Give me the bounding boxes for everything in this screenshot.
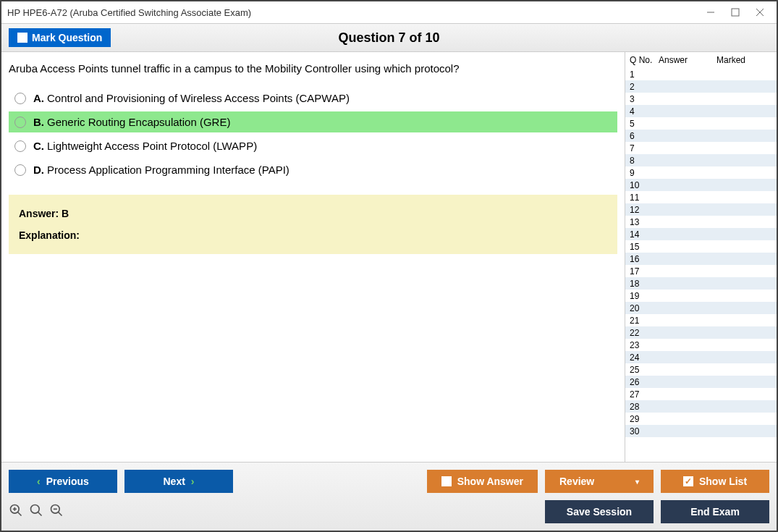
radio-icon[interactable] bbox=[14, 117, 26, 128]
answer-box: Answer: B Explanation: bbox=[9, 195, 617, 254]
save-session-label: Save Session bbox=[567, 506, 632, 518]
radio-icon[interactable] bbox=[14, 93, 26, 104]
list-row[interactable]: 9 bbox=[625, 166, 777, 179]
close-icon[interactable] bbox=[755, 7, 765, 17]
svg-line-5 bbox=[18, 512, 22, 515]
svg-line-9 bbox=[38, 512, 42, 515]
list-row-qno: 3 bbox=[630, 94, 659, 104]
list-row[interactable]: 27 bbox=[625, 388, 777, 400]
option-row[interactable]: D. Process Application Programming Inter… bbox=[9, 159, 617, 180]
list-row[interactable]: 8 bbox=[625, 154, 777, 166]
minimize-icon[interactable] bbox=[706, 7, 716, 17]
list-row[interactable]: 4 bbox=[625, 105, 777, 117]
previous-label: Previous bbox=[46, 476, 89, 487]
list-row-qno: 13 bbox=[630, 217, 659, 227]
col-answer: Answer bbox=[659, 55, 716, 65]
list-scroll[interactable]: 1234567891011121314151617181920212223242… bbox=[625, 68, 777, 462]
list-row[interactable]: 17 bbox=[625, 265, 777, 277]
checkbox-icon bbox=[17, 33, 28, 43]
list-row-qno: 30 bbox=[630, 426, 659, 436]
option-letter: A. bbox=[33, 92, 44, 104]
option-row[interactable]: C. Lightweight Access Point Protocol (LW… bbox=[9, 135, 617, 156]
next-button[interactable]: Next › bbox=[124, 470, 233, 493]
zoom-in-icon[interactable] bbox=[9, 503, 23, 521]
list-row-qno: 22 bbox=[630, 328, 659, 338]
list-row[interactable]: 2 bbox=[625, 80, 777, 93]
list-row-qno: 21 bbox=[630, 316, 659, 326]
list-row[interactable]: 13 bbox=[625, 216, 777, 228]
list-row[interactable]: 19 bbox=[625, 290, 777, 302]
list-row[interactable]: 7 bbox=[625, 142, 777, 154]
list-row-qno: 7 bbox=[630, 143, 659, 153]
app-window: HP HPE6-A72 (Aruba Certified Switching A… bbox=[0, 0, 778, 532]
list-row-qno: 25 bbox=[630, 365, 659, 375]
list-row[interactable]: 29 bbox=[625, 413, 777, 425]
mark-question-button[interactable]: Mark Question bbox=[9, 28, 111, 47]
explanation-label: Explanation: bbox=[19, 229, 607, 241]
show-answer-button[interactable]: Show Answer bbox=[427, 470, 538, 493]
window-title: HP HPE6-A72 (Aruba Certified Switching A… bbox=[7, 7, 706, 18]
option-row[interactable]: A. Control and Provisioning of Wireless … bbox=[9, 88, 617, 109]
list-row[interactable]: 23 bbox=[625, 339, 777, 351]
question-text: Aruba Access Points tunnel traffic in a … bbox=[9, 62, 617, 75]
zoom-controls bbox=[9, 503, 64, 521]
zoom-reset-icon[interactable] bbox=[29, 503, 43, 521]
option-letter: C. bbox=[33, 140, 44, 152]
question-list-panel: Q No. Answer Marked 12345678910111213141… bbox=[625, 52, 777, 462]
list-row[interactable]: 21 bbox=[625, 314, 777, 326]
show-list-button[interactable]: ✓ Show List bbox=[661, 470, 769, 493]
list-row[interactable]: 5 bbox=[625, 117, 777, 130]
list-row-qno: 24 bbox=[630, 352, 659, 363]
option-letter: B. bbox=[33, 116, 44, 128]
chevron-left-icon: ‹ bbox=[37, 476, 41, 487]
list-row[interactable]: 11 bbox=[625, 191, 777, 203]
chevron-down-icon: ▾ bbox=[635, 478, 639, 486]
radio-icon[interactable] bbox=[14, 164, 26, 176]
mark-question-label: Mark Question bbox=[32, 32, 102, 43]
zoom-out-icon[interactable] bbox=[49, 503, 64, 521]
list-row-qno: 9 bbox=[630, 168, 659, 178]
list-row[interactable]: 26 bbox=[625, 376, 777, 388]
list-row-qno: 18 bbox=[630, 279, 659, 289]
list-row[interactable]: 12 bbox=[625, 203, 777, 216]
radio-icon[interactable] bbox=[14, 140, 26, 152]
list-row-qno: 6 bbox=[630, 131, 659, 141]
list-row[interactable]: 6 bbox=[625, 130, 777, 142]
list-row-qno: 26 bbox=[630, 377, 659, 387]
maximize-icon[interactable] bbox=[730, 7, 740, 17]
list-row[interactable]: 28 bbox=[625, 400, 777, 413]
checkbox-checked-icon: ✓ bbox=[683, 476, 693, 486]
window-controls bbox=[706, 7, 771, 17]
list-row[interactable]: 16 bbox=[625, 253, 777, 265]
list-row[interactable]: 15 bbox=[625, 240, 777, 253]
list-row-qno: 28 bbox=[630, 402, 659, 412]
list-row-qno: 20 bbox=[630, 303, 659, 313]
option-text: Control and Provisioning of Wireless Acc… bbox=[47, 92, 350, 104]
list-row[interactable]: 18 bbox=[625, 277, 777, 290]
show-answer-label: Show Answer bbox=[457, 476, 523, 487]
main-area: Aruba Access Points tunnel traffic in a … bbox=[1, 52, 777, 462]
save-session-button[interactable]: Save Session bbox=[545, 500, 654, 523]
review-dropdown[interactable]: Review ▾ bbox=[545, 470, 654, 493]
footer: ‹ Previous Next › Show Answer Review ▾ ✓… bbox=[1, 462, 777, 531]
previous-button[interactable]: ‹ Previous bbox=[9, 470, 117, 493]
list-row[interactable]: 3 bbox=[625, 93, 777, 105]
list-row[interactable]: 24 bbox=[625, 351, 777, 363]
list-row[interactable]: 10 bbox=[625, 179, 777, 191]
list-row-qno: 29 bbox=[630, 414, 659, 424]
list-row[interactable]: 1 bbox=[625, 68, 777, 80]
option-row[interactable]: B. Generic Routing Encapsulation (GRE) bbox=[9, 111, 617, 132]
list-row[interactable]: 14 bbox=[625, 228, 777, 240]
list-row-qno: 4 bbox=[630, 106, 659, 117]
list-row[interactable]: 25 bbox=[625, 363, 777, 376]
col-qno: Q No. bbox=[630, 55, 659, 65]
end-exam-button[interactable]: End Exam bbox=[661, 500, 769, 523]
list-row-qno: 5 bbox=[630, 119, 659, 129]
list-row[interactable]: 22 bbox=[625, 326, 777, 339]
list-row-qno: 16 bbox=[630, 254, 659, 264]
options-list: A. Control and Provisioning of Wireless … bbox=[9, 88, 617, 180]
svg-point-8 bbox=[31, 504, 40, 513]
list-row[interactable]: 30 bbox=[625, 425, 777, 437]
list-row-qno: 19 bbox=[630, 291, 659, 301]
list-row[interactable]: 20 bbox=[625, 302, 777, 314]
